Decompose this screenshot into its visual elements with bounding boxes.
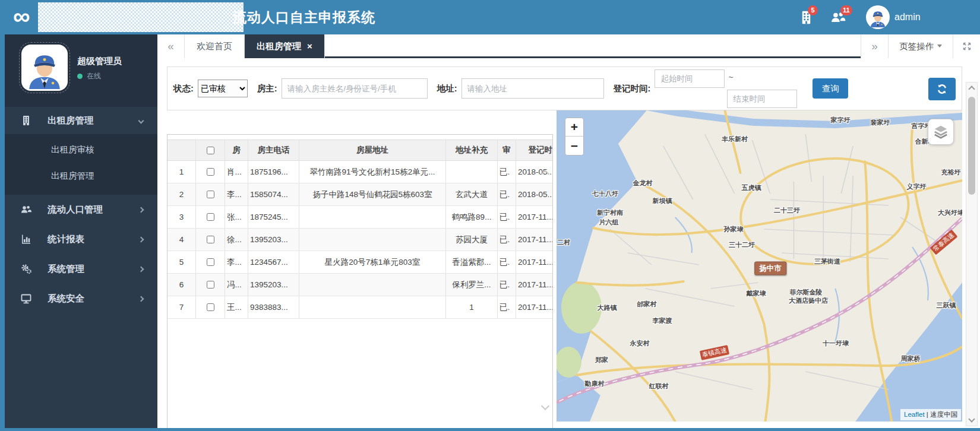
cell-owner: 李... xyxy=(225,251,248,273)
username[interactable]: admin xyxy=(894,0,921,34)
sidebar-item-4[interactable]: 系统安全 xyxy=(5,284,157,313)
date-range: ~ xyxy=(655,66,804,110)
attribution-text: 速度中国 xyxy=(930,411,957,418)
column-header-5: 地址补充 xyxy=(446,140,498,160)
scrollbar-down-icon[interactable] xyxy=(968,416,975,422)
cell-index: 1 xyxy=(167,161,196,183)
map-tiles xyxy=(557,110,962,422)
column-header-3: 房主电话 xyxy=(248,140,299,160)
select-all-checkbox[interactable] xyxy=(207,147,214,154)
user-notifications-badge: 11 xyxy=(840,5,852,15)
row-checkbox[interactable] xyxy=(207,191,214,198)
table-row-5[interactable]: 5李...1234567...星火路20号7栋1单元803室香溢紫郡...已.2… xyxy=(167,251,553,274)
cell-audit: 已. xyxy=(498,229,516,251)
row-checkbox[interactable] xyxy=(207,168,214,176)
row-checkbox[interactable] xyxy=(207,236,214,243)
chart-icon xyxy=(20,233,32,245)
tab-actions-dropdown[interactable]: 页签操作 xyxy=(888,34,953,58)
cell-date: 2017-11... xyxy=(516,229,553,251)
table-row-7[interactable]: 7王...9383883...1已.2017-11... xyxy=(167,296,553,319)
cell-address2: 1 xyxy=(446,296,498,318)
tab-0[interactable]: 欢迎首页 xyxy=(185,34,245,58)
cell-owner: 王... xyxy=(225,296,248,318)
app-title: 流动人口自主申报系统 xyxy=(233,0,375,34)
building-notifications-icon[interactable]: 5 xyxy=(798,9,814,26)
cell-owner: 张... xyxy=(225,206,248,228)
top-header: ∞ 流动人口自主申报系统 5 11 admin xyxy=(0,0,980,34)
cell-audit: 已. xyxy=(498,183,516,205)
sidebar-subitem-0-0[interactable]: 出租房审核 xyxy=(5,137,157,163)
search-button[interactable]: 查询 xyxy=(813,78,848,99)
cell-checkbox xyxy=(196,183,225,205)
address-input[interactable] xyxy=(461,78,604,99)
avatar[interactable] xyxy=(866,5,890,29)
sidebar-item-2[interactable]: 统计报表 xyxy=(5,224,157,254)
sidebar-subitem-0-1[interactable]: 出租房管理 xyxy=(5,163,157,189)
tab-bar: « 欢迎首页出租房管理× » 页签操作 xyxy=(157,34,980,58)
cell-index: 4 xyxy=(167,229,196,251)
cell-checkbox xyxy=(196,229,225,251)
tab-1[interactable]: 出租房管理× xyxy=(245,34,325,58)
cell-audit: 已. xyxy=(498,161,516,183)
date-end-input[interactable] xyxy=(727,90,797,108)
row-checkbox[interactable] xyxy=(207,303,214,311)
row-checkbox[interactable] xyxy=(207,258,214,266)
cell-index: 5 xyxy=(167,251,196,273)
cell-address: 扬子中路148号仙鹤花园5栋603室 xyxy=(299,183,446,205)
status-select[interactable]: 已审核 xyxy=(198,80,248,97)
tabs-scroll-right-button[interactable]: » xyxy=(861,34,888,58)
cell-audit: 已. xyxy=(498,251,516,273)
avatar[interactable] xyxy=(19,42,70,93)
date-label: 登记时间: xyxy=(614,83,651,94)
table-row-4[interactable]: 4徐...1395203...苏园大厦已.2017-11... xyxy=(167,229,553,251)
map-attribution: Leaflet | 速度中国 xyxy=(900,409,961,420)
close-tab-icon[interactable]: × xyxy=(307,41,312,51)
column-header-1 xyxy=(196,140,225,160)
building-notifications-badge: 5 xyxy=(808,5,818,15)
tabs: 欢迎首页出租房管理× xyxy=(185,34,325,56)
owner-label: 房主: xyxy=(257,83,277,94)
tabs-scroll-left-button[interactable]: « xyxy=(157,34,185,58)
cell-phone: 9383883... xyxy=(248,296,299,318)
building-icon xyxy=(798,17,814,27)
refresh-button[interactable] xyxy=(928,78,956,100)
address-label: 地址: xyxy=(437,83,457,94)
redacted-org-name xyxy=(38,2,244,32)
cell-owner: 冯... xyxy=(225,274,248,296)
row-checkbox[interactable] xyxy=(207,281,214,289)
table-row-1[interactable]: 1肖...1875196...翠竹南路91号文化新村15栋2单元...已.201… xyxy=(167,161,553,183)
table-row-6[interactable]: 6冯...1395203...保利罗兰...已.2017-11... xyxy=(167,274,553,296)
row-checkbox[interactable] xyxy=(207,213,214,221)
window-left-edge xyxy=(0,34,5,431)
table-row-3[interactable]: 3张...1875245...鹤鸣路89...已.2017-11... xyxy=(167,206,553,229)
table-row-2[interactable]: 2李...1585074...扬子中路148号仙鹤花园5栋603室玄武大道已.2… xyxy=(167,183,553,206)
online-status-icon xyxy=(77,74,83,79)
map[interactable]: 裴家圩宫字圩家字圩合新圩丰乐新村充裕圩金龙村五虎镇义字圩七十八圩新坝镇二十三圩大… xyxy=(557,110,962,422)
cell-phone: 1875245... xyxy=(248,206,299,228)
map-zoom-control: + − xyxy=(565,118,584,156)
monitor-icon xyxy=(20,293,32,305)
sidebar: 超级管理员 在线 出租房管理出租房审核出租房管理流动人口管理统计报表系统管理系统… xyxy=(5,34,157,431)
scrollbar-thumb[interactable] xyxy=(968,97,975,195)
owner-input[interactable] xyxy=(282,78,428,99)
building-icon xyxy=(20,115,32,126)
cell-date: 2017-11... xyxy=(516,296,553,318)
map-layers-button[interactable] xyxy=(928,119,954,145)
scrollbar-up-icon[interactable] xyxy=(968,85,975,92)
sidebar-item-1[interactable]: 流动人口管理 xyxy=(5,195,157,224)
date-separator: ~ xyxy=(728,72,733,82)
chevron-right-icon xyxy=(138,296,144,302)
sidebar-item-3[interactable]: 系统管理 xyxy=(5,254,157,284)
main-content: « 欢迎首页出租房管理× » 页签操作 状态: 已审核 房主: 地址: 登记时间… xyxy=(157,34,980,431)
user-notifications-icon[interactable]: 11 xyxy=(829,9,847,26)
sidebar-item-0[interactable]: 出租房管理 xyxy=(5,107,157,134)
date-start-input[interactable] xyxy=(655,69,725,88)
fullscreen-icon[interactable] xyxy=(953,34,980,58)
zoom-out-button[interactable]: − xyxy=(565,137,583,155)
zoom-in-button[interactable]: + xyxy=(565,118,583,137)
chevron-right-icon xyxy=(138,266,144,272)
column-header-7: 登记时间 xyxy=(516,140,553,160)
table-scroll-down-icon[interactable] xyxy=(541,402,549,410)
page-scrollbar xyxy=(966,82,978,426)
leaflet-link[interactable]: Leaflet xyxy=(904,411,925,418)
